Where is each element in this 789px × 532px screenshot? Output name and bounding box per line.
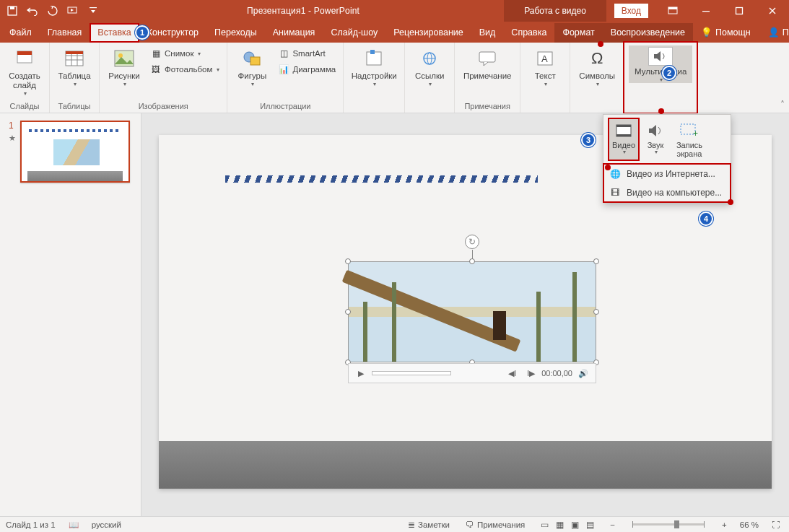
redo-icon[interactable]	[43, 1, 62, 20]
group-text: AТекст▾	[520, 43, 570, 113]
tab-playback[interactable]: Воспроизведение	[603, 23, 693, 43]
notes-button[interactable]: ≣ Заметки	[405, 517, 453, 532]
title-placeholder-pattern	[225, 175, 538, 183]
spell-check-icon[interactable]: 📖	[66, 517, 82, 532]
chart-button[interactable]: 📊Диаграмма	[275, 61, 339, 77]
fit-to-window-icon[interactable]: ⛶	[769, 517, 783, 532]
zoom-in-button[interactable]: +	[719, 517, 730, 532]
svg-rect-24	[616, 125, 631, 127]
screenshot-button[interactable]: ▦Снимок▾	[147, 45, 222, 61]
film-icon	[614, 121, 634, 141]
save-icon[interactable]	[3, 1, 22, 20]
pictures-icon	[113, 47, 136, 70]
tab-file[interactable]: Файл	[1, 23, 40, 43]
svg-rect-3	[90, 7, 97, 8]
red-dot	[728, 199, 733, 205]
slide-thumbnail-1[interactable]	[20, 121, 130, 183]
comments-label: Примечания	[477, 520, 525, 529]
group-symbols-label	[575, 100, 619, 113]
group-links: Ссылки▾	[405, 43, 455, 113]
links-icon	[418, 47, 441, 70]
group-comments: Примечание Примечания	[455, 43, 520, 113]
video-from-web-item[interactable]: 🌐Видео из Интернета...	[603, 165, 731, 183]
svg-rect-11	[66, 51, 83, 54]
sign-in-button[interactable]: Вход	[614, 3, 649, 19]
links-button[interactable]: Ссылки▾	[409, 45, 450, 87]
undo-icon[interactable]	[23, 1, 42, 20]
comments-button[interactable]: 🗨 Примечания	[463, 517, 528, 532]
tab-home[interactable]: Главная	[40, 23, 90, 43]
svg-text:A: A	[541, 53, 548, 64]
table-label: Таблица	[58, 71, 90, 81]
tab-slideshow[interactable]: Слайд-шоу	[323, 23, 385, 43]
photo-album-button[interactable]: 🖼Фотоальбом▾	[147, 61, 222, 77]
smartart-button[interactable]: ◫SmartArt	[275, 45, 339, 61]
start-from-beginning-icon[interactable]	[64, 1, 82, 20]
step-forward-button[interactable]: Ⅰ▶	[523, 365, 539, 381]
group-tables: Таблица▾ Таблицы	[50, 43, 100, 113]
tab-animations[interactable]: Анимация	[265, 23, 323, 43]
media-button[interactable]: Мультимедиа▾	[629, 45, 692, 83]
tab-transitions[interactable]: Переходы	[206, 23, 265, 43]
close-icon[interactable]	[756, 0, 789, 22]
zoom-slider[interactable]	[632, 523, 705, 526]
comment-button[interactable]: Примечание	[459, 45, 515, 81]
share-button[interactable]: 👤Поделиться	[760, 22, 789, 43]
rotate-handle[interactable]: ↻	[465, 235, 479, 249]
text-icon: A	[533, 47, 557, 70]
callout-4: 4	[699, 212, 713, 226]
tell-me-button[interactable]: 💡Помощн	[693, 22, 759, 43]
tab-view[interactable]: Вид	[471, 23, 504, 43]
video-seek-track[interactable]	[372, 371, 451, 375]
symbols-button[interactable]: ΩСимволы▾	[575, 45, 619, 87]
video-button[interactable]: Видео▾	[608, 118, 640, 161]
pictures-button[interactable]: Рисунки▾	[104, 45, 144, 87]
qat-customize-icon[interactable]	[84, 1, 103, 20]
screen-recording-label: Запись экрана	[676, 141, 702, 158]
text-button[interactable]: AТекст▾	[525, 45, 565, 87]
status-bar: Слайд 1 из 1 📖 русский ≣ Заметки 🗨 Приме…	[0, 516, 789, 532]
slideshow-view-icon[interactable]: ▤	[583, 520, 597, 530]
callout-2: 2	[662, 66, 676, 80]
minimize-icon[interactable]	[689, 0, 723, 22]
symbols-label: Символы	[579, 71, 615, 81]
reading-view-icon[interactable]: ▣	[568, 520, 582, 530]
chart-icon: 📊	[278, 64, 289, 75]
collapse-ribbon-icon[interactable]: ˄	[780, 100, 785, 110]
zoom-out-button[interactable]: −	[607, 517, 618, 532]
group-illustrations: Фигуры▾ ◫SmartArt 📊Диаграмма Иллюстрации	[227, 43, 344, 113]
group-links-label	[409, 100, 450, 113]
table-button[interactable]: Таблица▾	[54, 45, 95, 87]
callout-3: 3	[581, 133, 596, 147]
play-button[interactable]: ▶	[353, 365, 369, 381]
slide-thumbnails-pane[interactable]: 1 ★	[0, 113, 141, 516]
screenshot-label: Снимок	[165, 49, 193, 58]
normal-view-icon[interactable]: ▭	[538, 520, 552, 530]
tab-insert[interactable]: Вставка	[90, 23, 139, 43]
zoom-level[interactable]: 66 %	[740, 520, 759, 529]
sorter-view-icon[interactable]: ▦	[553, 520, 567, 530]
tab-help[interactable]: Справка	[503, 23, 554, 43]
screenshot-icon: ▦	[150, 48, 162, 59]
volume-button[interactable]: 🔊	[575, 365, 591, 381]
screen-recording-icon: +	[679, 121, 699, 141]
group-addins: Надстройки▾	[344, 43, 405, 113]
ribbon-display-options-icon[interactable]	[656, 0, 689, 22]
shapes-button[interactable]: Фигуры▾	[232, 45, 272, 87]
tab-review[interactable]: Рецензирование	[385, 23, 471, 43]
quick-access-toolbar	[0, 1, 103, 20]
audio-icon	[645, 121, 666, 141]
language-indicator[interactable]: русский	[92, 520, 121, 529]
screen-recording-button[interactable]: + Запись экрана	[671, 118, 707, 161]
maximize-icon[interactable]	[723, 0, 756, 22]
pictures-label: Рисунки	[108, 71, 139, 81]
new-slide-label: Создать слайд	[9, 71, 40, 90]
tab-format[interactable]: Формат	[554, 23, 602, 43]
step-back-button[interactable]: ◀Ⅰ	[504, 365, 520, 381]
new-slide-button[interactable]: Создать слайд▾	[4, 45, 45, 97]
globe-film-icon: 🌐	[609, 168, 621, 180]
video-from-pc-item[interactable]: 🎞Видео на компьютере...	[603, 183, 731, 202]
audio-button[interactable]: Звук▾	[640, 118, 671, 161]
video-object[interactable]	[348, 261, 596, 362]
addins-button[interactable]: Надстройки▾	[348, 45, 400, 87]
